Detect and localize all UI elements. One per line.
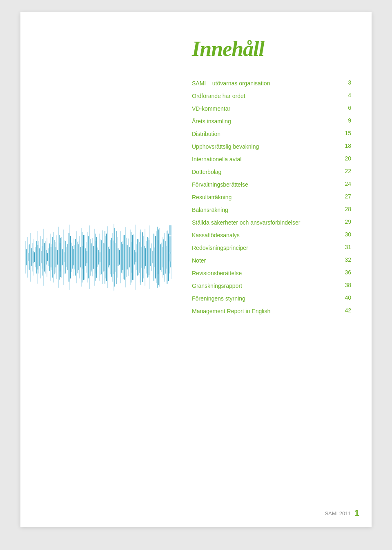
svg-rect-166: [129, 247, 130, 267]
toc-item-label: Ställda säkerheter och ansvarsförbindels…: [192, 216, 335, 229]
toc-item-number: 22: [335, 166, 351, 178]
svg-rect-24: [65, 240, 65, 274]
svg-rect-49: [105, 236, 106, 278]
toc-item-label: Dotterbolag: [192, 166, 335, 178]
svg-rect-114: [105, 231, 105, 284]
svg-rect-97: [49, 243, 50, 271]
svg-rect-66: [133, 234, 134, 280]
svg-rect-14: [48, 248, 49, 266]
svg-rect-169: [139, 242, 140, 273]
toc-row: Revisionsberättelse36: [192, 267, 351, 280]
svg-rect-53: [112, 233, 113, 282]
svg-rect-133: [167, 231, 167, 284]
svg-rect-8: [38, 241, 39, 274]
toc-item-number: 4: [335, 90, 351, 102]
svg-rect-132: [163, 239, 164, 275]
decoration-bars: [169, 225, 172, 263]
svg-rect-82: [159, 228, 160, 287]
toc-row: Ställda säkerheter och ansvarsförbindels…: [192, 216, 351, 229]
svg-rect-162: [116, 231, 117, 284]
svg-rect-73: [145, 229, 145, 286]
toc-item-label: Kassaflödesanalys: [192, 229, 335, 242]
svg-rect-0: [25, 241, 26, 274]
toc-item-number: 38: [335, 280, 351, 292]
svg-rect-96: [46, 250, 47, 265]
svg-rect-160: [109, 249, 110, 265]
toc-row: VD-kommentar6: [192, 102, 351, 115]
svg-rect-116: [111, 238, 112, 277]
svg-rect-140: [44, 243, 45, 272]
svg-rect-86: [166, 246, 167, 269]
toc-item-label: Föreningens styrning: [192, 292, 335, 305]
svg-rect-118: [118, 248, 118, 266]
toc-item-number: 6: [335, 102, 351, 115]
svg-rect-101: [62, 249, 63, 265]
svg-rect-173: [152, 251, 153, 263]
svg-rect-111: [95, 234, 96, 281]
svg-rect-7: [37, 231, 38, 284]
svg-rect-137: [34, 252, 35, 262]
svg-rect-174: [155, 236, 156, 278]
svg-rect-74: [146, 241, 147, 274]
toc-row: Management Report in English42: [192, 305, 351, 318]
svg-rect-33: [79, 236, 80, 278]
svg-rect-163: [119, 250, 120, 265]
page-title: Innehåll: [192, 37, 351, 61]
toc-row: Upphovsrättslig bevakning18: [192, 140, 351, 153]
svg-rect-129: [154, 234, 154, 281]
svg-rect-100: [59, 235, 60, 280]
svg-rect-146: [64, 252, 65, 262]
toc-row: Dotterbolag22: [192, 166, 351, 178]
svg-rect-59: [122, 241, 122, 274]
toc-row: Kassaflödesanalys30: [192, 229, 351, 242]
svg-rect-11: [43, 229, 44, 286]
svg-rect-67: [135, 225, 136, 290]
toc-item-number: 29: [335, 216, 351, 229]
toc-row: Distribution15: [192, 128, 351, 140]
svg-rect-27: [69, 225, 70, 290]
svg-rect-177: [165, 241, 166, 274]
svg-rect-25: [66, 247, 67, 267]
svg-rect-109: [88, 236, 89, 278]
svg-rect-23: [63, 229, 64, 285]
svg-rect-117: [114, 228, 115, 287]
toc-item-number: 20: [335, 153, 351, 166]
svg-rect-175: [158, 229, 159, 285]
svg-rect-31: [76, 231, 77, 283]
svg-rect-41: [92, 238, 93, 276]
svg-rect-69: [138, 239, 139, 275]
svg-rect-98: [52, 237, 53, 278]
svg-rect-93: [36, 241, 37, 274]
toc-item-number: 3: [335, 77, 351, 90]
svg-rect-72: [143, 236, 144, 278]
svg-rect-135: [28, 253, 29, 261]
svg-rect-145: [60, 238, 61, 277]
svg-rect-78: [153, 234, 154, 281]
svg-rect-26: [68, 233, 69, 282]
toc-item-number: 36: [335, 267, 351, 280]
svg-rect-22: [61, 237, 62, 278]
svg-rect-105: [75, 239, 76, 276]
svg-rect-154: [90, 239, 91, 276]
svg-rect-119: [121, 242, 122, 273]
svg-rect-42: [94, 229, 95, 286]
right-panel: Innehåll SAMI – utövarnas organisation3O…: [176, 12, 372, 527]
footer-brand: SAMI 2011: [325, 510, 351, 517]
svg-rect-127: [147, 237, 148, 278]
svg-rect-47: [102, 230, 103, 284]
svg-rect-81: [158, 240, 158, 274]
toc-item-number: 15: [335, 128, 351, 140]
svg-rect-79: [154, 247, 155, 267]
svg-rect-128: [150, 248, 151, 266]
svg-rect-147: [67, 244, 68, 270]
svg-rect-65: [131, 242, 132, 273]
svg-rect-61: [125, 227, 126, 287]
toc-item-label: Årets insamling: [192, 115, 335, 128]
svg-rect-21: [60, 243, 60, 272]
toc-item-number: 32: [335, 254, 351, 267]
svg-rect-131: [160, 244, 161, 270]
svg-rect-62: [127, 245, 127, 269]
svg-rect-141: [47, 253, 48, 261]
toc-item-label: Distribution: [192, 128, 335, 140]
svg-rect-34: [81, 228, 82, 287]
